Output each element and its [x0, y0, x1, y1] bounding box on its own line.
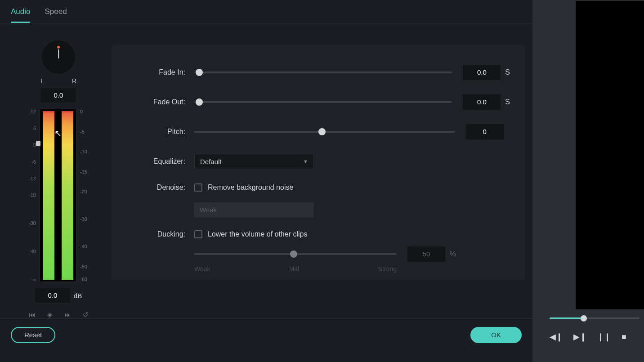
meter-bars [40, 109, 76, 282]
tab-speed[interactable]: Speed [45, 7, 67, 23]
audio-params-panel: Fade In: 0.0 S Fade Out: 0.0 S Pitch: 0 … [112, 45, 525, 280]
ducking-slider-thumb[interactable] [290, 250, 297, 258]
meter-ticks-right: 0 -5 -10 -15 -20 -30 -40 -50 -60 [80, 109, 94, 282]
fade-out-slider[interactable] [194, 101, 452, 103]
meter-bar-right [62, 111, 73, 280]
ducking-label: Ducking: [127, 230, 194, 238]
fade-in-slider[interactable] [194, 72, 452, 73]
ducking-unit: % [450, 250, 456, 258]
pitch-slider-thumb[interactable] [318, 128, 326, 135]
ducking-slider[interactable] [194, 253, 397, 255]
pitch-slider[interactable] [194, 131, 455, 133]
pan-value-input[interactable]: 0.0 [41, 88, 76, 103]
keyframe-controls: ⏮ ◈ ⏭ ↺ [9, 311, 108, 319]
tab-audio[interactable]: Audio [11, 7, 30, 23]
play-icon[interactable]: ▶❙ [573, 332, 586, 342]
preview-pane: ◀❙ ▶❙ ❙❙ ■ [532, 0, 644, 362]
meter-gain-handle[interactable] [36, 141, 40, 146]
gain-db-row: 0.0 dB [9, 288, 108, 303]
playback-progress-slider[interactable] [550, 317, 640, 319]
ducking-tick-labels: Weak Mid Strong [194, 265, 397, 273]
db-unit-label: dB [74, 292, 82, 299]
ducking-checkbox[interactable] [194, 230, 202, 238]
denoise-checkbox[interactable] [194, 183, 202, 192]
playback-controls: ◀❙ ▶❙ ❙❙ ■ [532, 309, 644, 362]
meter-ticks-left: 12 6 0 -6 -12 -18 -30 -40 -∞ [22, 109, 36, 282]
preview-viewport [576, 1, 644, 309]
label-left-channel: L [40, 77, 44, 85]
pan-knob[interactable] [42, 40, 75, 74]
dialog-button-bar: Reset OK [0, 318, 532, 351]
fade-in-value-input[interactable]: 0.0 [463, 65, 501, 80]
equalizer-row: Equalizer: Default ▼ [127, 154, 510, 169]
pitch-row: Pitch: 0 [127, 124, 510, 139]
fade-out-label: Fade Out: [127, 98, 194, 106]
pan-channel-labels: L R [40, 77, 76, 85]
fade-in-unit: S [505, 68, 510, 76]
gain-db-input[interactable]: 0.0 [35, 288, 70, 303]
ducking-tick-weak: Weak [194, 265, 210, 273]
stop-icon[interactable]: ■ [622, 332, 626, 342]
pause-icon[interactable]: ❙❙ [597, 332, 611, 342]
undo-icon[interactable]: ↺ [83, 311, 89, 319]
playback-progress-fill [550, 317, 584, 319]
playback-buttons: ◀❙ ▶❙ ❙❙ ■ [550, 332, 644, 342]
fade-in-slider-thumb[interactable] [196, 69, 203, 76]
fade-out-unit: S [505, 98, 510, 106]
ducking-tick-strong: Strong [378, 265, 397, 273]
reset-button[interactable]: Reset [11, 327, 55, 343]
fade-in-label: Fade In: [127, 68, 194, 76]
denoise-strength-dropdown[interactable]: Weak [194, 202, 314, 218]
audio-settings-panel: Audio Speed L R 0.0 12 6 0 -6 -12 -18 -3… [0, 0, 532, 351]
pitch-label: Pitch: [127, 128, 194, 136]
keyframe-next-icon[interactable]: ⏭ [64, 311, 71, 319]
chevron-down-icon: ▼ [303, 159, 308, 164]
ok-button[interactable]: OK [470, 327, 522, 343]
keyframe-prev-icon[interactable]: ⏮ [29, 311, 36, 319]
denoise-label: Denoise: [127, 183, 194, 192]
ducking-row: Ducking: Lower the volume of other clips [127, 230, 510, 238]
fade-out-row: Fade Out: 0.0 S [127, 94, 510, 110]
level-meter-column: L R 0.0 12 6 0 -6 -12 -18 -30 -40 -∞ [9, 40, 108, 319]
level-meter: 12 6 0 -6 -12 -18 -30 -40 -∞ 0 [22, 109, 94, 282]
ducking-value-input[interactable]: 50 [407, 246, 445, 262]
fade-in-row: Fade In: 0.0 S [127, 65, 510, 80]
keyframe-add-icon[interactable]: ◈ [47, 311, 53, 319]
equalizer-label: Equalizer: [127, 157, 194, 165]
label-right-channel: R [72, 77, 76, 85]
ducking-slider-row: 50 % [194, 246, 510, 262]
fade-out-slider-thumb[interactable] [196, 98, 203, 106]
denoise-row: Denoise: Remove background noise [127, 183, 510, 192]
equalizer-value: Default [200, 158, 222, 165]
prev-frame-icon[interactable]: ◀❙ [550, 332, 563, 342]
playback-progress-thumb[interactable] [581, 315, 587, 322]
fade-out-value-input[interactable]: 0.0 [463, 94, 501, 110]
ducking-tick-mid: Mid [289, 265, 300, 273]
tab-bar: Audio Speed [0, 0, 532, 23]
ducking-checkbox-label: Lower the volume of other clips [208, 230, 307, 238]
pitch-value-input[interactable]: 0 [466, 124, 504, 139]
denoise-checkbox-label: Remove background noise [208, 183, 293, 192]
pitch-unit-spacer [508, 128, 510, 136]
meter-bar-left [43, 111, 54, 280]
equalizer-dropdown[interactable]: Default ▼ [194, 154, 314, 169]
